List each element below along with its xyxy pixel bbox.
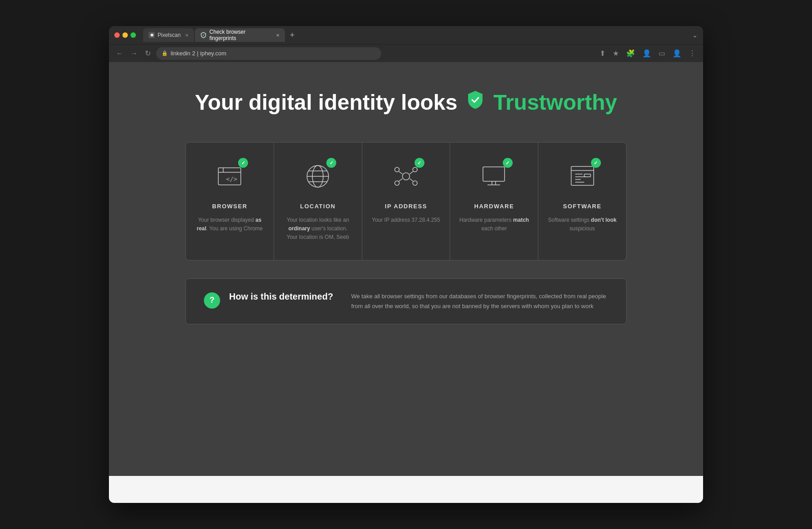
svg-point-9 [402, 173, 410, 180]
tab-fingerprint[interactable]: Check browser fingerprints ✕ [195, 28, 285, 42]
address-bar: ← → ↻ 🔒 linkedin 2 | iphey.com ⬆ ★ 🧩 👤 ▭… [109, 44, 703, 62]
browser-window: 🔲 Pixelscan ✕ Check browser fingerprints… [109, 26, 703, 503]
ip-check-badge: ✓ [415, 158, 424, 168]
tab-pixelscan[interactable]: 🔲 Pixelscan ✕ [143, 28, 194, 42]
svg-point-12 [395, 181, 399, 185]
address-input[interactable]: 🔒 linkedin 2 | iphey.com [156, 47, 381, 60]
svg-line-15 [410, 171, 413, 174]
software-check-badge: ✓ [591, 158, 601, 168]
address-text: linkedin 2 | iphey.com [171, 50, 226, 57]
card-ip: ✓ IP ADDRESS Your IP address 37.28.4.255 [362, 143, 451, 260]
traffic-lights [114, 32, 136, 38]
info-box: ? How is this determined? We take all br… [185, 278, 627, 324]
info-text: We take all browser settings from our da… [351, 291, 608, 311]
main-content: Your digital identity looks Trustworthy [109, 62, 703, 503]
hardware-card-title: HARDWARE [474, 203, 514, 210]
info-title: How is this determined? [229, 291, 333, 302]
share-icon[interactable]: ⬆ [598, 48, 607, 58]
info-title-wrap: How is this determined? [229, 291, 333, 302]
fingerprint-favicon [200, 32, 207, 38]
extensions-icon[interactable]: 🧩 [624, 48, 637, 58]
pixelscan-favicon: 🔲 [149, 32, 155, 38]
menu-icon[interactable]: ⋮ [687, 48, 698, 58]
tab-more-button[interactable]: ⌄ [692, 31, 698, 39]
title-bar: 🔲 Pixelscan ✕ Check browser fingerprints… [109, 26, 703, 44]
ip-card-desc: Your IP address 37.28.4.255 [372, 216, 440, 224]
svg-text:</>: </> [226, 175, 237, 183]
svg-point-11 [413, 167, 417, 172]
heading-plain: Your digital identity looks [195, 90, 457, 115]
footer-white [109, 476, 703, 503]
back-button[interactable]: ← [114, 49, 125, 58]
minimize-button[interactable] [122, 32, 128, 38]
card-location: ✓ LOCATION Your location looks like an o… [274, 143, 362, 260]
browser-card-title: BROWSER [212, 203, 247, 210]
toolbar-icons: ⬆ ★ 🧩 👤 ▭ 👤 ⋮ [598, 48, 698, 58]
svg-rect-28 [584, 174, 591, 177]
software-icon-wrap: ✓ [567, 161, 598, 192]
profile2-icon[interactable]: 👤 [671, 48, 683, 58]
cards-row: </> ✓ BROWSER Your browser displayed as … [185, 142, 627, 260]
bookmark-icon[interactable]: ★ [611, 48, 621, 58]
svg-rect-18 [483, 167, 505, 181]
tab-close-fingerprint[interactable]: ✕ [276, 33, 280, 38]
new-tab-button[interactable]: + [286, 29, 298, 41]
hardware-icon-wrap: ✓ [478, 161, 510, 192]
hardware-check-badge: ✓ [503, 158, 513, 168]
software-card-title: SOFTWARE [563, 203, 602, 210]
page-area: Your digital identity looks Trustworthy [109, 62, 703, 476]
close-button[interactable] [114, 32, 120, 38]
shield-icon [465, 89, 486, 115]
browser-check-badge: ✓ [238, 158, 248, 168]
location-card-desc: Your location looks like an ordinary use… [283, 216, 353, 242]
svg-point-10 [395, 167, 399, 172]
forward-button[interactable]: → [129, 49, 140, 58]
svg-line-16 [399, 179, 402, 181]
software-card-desc: Software settings don't look suspicious [547, 216, 617, 233]
svg-line-14 [399, 171, 402, 174]
location-check-badge: ✓ [326, 158, 336, 168]
profile-icon[interactable]: 👤 [641, 48, 653, 58]
maximize-button[interactable] [131, 32, 136, 38]
card-software: ✓ SOFTWARE Software settings don't look … [538, 143, 626, 260]
hardware-card-desc: Hardware parameters match each other [459, 216, 529, 233]
tabs-area: 🔲 Pixelscan ✕ Check browser fingerprints… [143, 28, 698, 42]
sidebar-icon[interactable]: ▭ [657, 48, 667, 58]
ip-icon-wrap: ✓ [390, 161, 422, 192]
hero-heading: Your digital identity looks Trustworthy [195, 89, 617, 115]
lock-icon: 🔒 [162, 50, 168, 56]
tab-close-pixelscan[interactable]: ✕ [185, 33, 189, 38]
card-browser: </> ✓ BROWSER Your browser displayed as … [186, 143, 274, 260]
heading-green: Trustworthy [493, 90, 617, 115]
location-icon-wrap: ✓ [302, 161, 334, 192]
reload-button[interactable]: ↻ [143, 48, 153, 58]
browser-icon-wrap: </> ✓ [214, 161, 245, 192]
ip-card-title: IP ADDRESS [385, 203, 427, 210]
question-icon: ? [204, 292, 220, 309]
location-card-title: LOCATION [300, 203, 336, 210]
tab-pixelscan-label: Pixelscan [158, 32, 180, 38]
svg-point-13 [413, 181, 417, 185]
tab-fingerprint-label: Check browser fingerprints [209, 29, 271, 41]
card-hardware: ✓ HARDWARE Hardware parameters match eac… [450, 143, 538, 260]
svg-line-17 [410, 179, 413, 181]
browser-card-desc: Your browser displayed as real. You are … [195, 216, 265, 233]
